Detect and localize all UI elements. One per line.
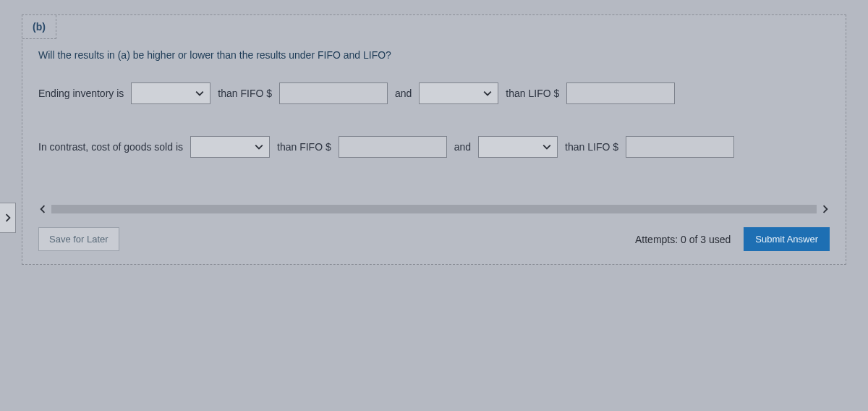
select-higher-lower-2b[interactable] xyxy=(478,136,558,158)
chevron-down-icon xyxy=(255,143,263,151)
input-fifo-amount-1[interactable] xyxy=(279,82,388,104)
select-higher-lower-2a[interactable] xyxy=(190,136,270,158)
card-footer: Save for Later Attempts: 0 of 3 used Sub… xyxy=(22,223,846,264)
chevron-down-icon xyxy=(483,89,492,98)
chevron-down-icon xyxy=(542,143,551,151)
row-lead: Ending inventory is xyxy=(38,88,124,99)
scroll-track[interactable] xyxy=(51,205,817,213)
row-text: than FIFO $ xyxy=(277,141,331,153)
question-card: (b) Will the results in (a) be higher or… xyxy=(22,14,846,265)
row-and: and xyxy=(454,141,471,153)
chevron-left-icon xyxy=(38,205,47,213)
input-fifo-amount-2[interactable] xyxy=(339,136,447,158)
answer-row-ending-inventory: Ending inventory is than FIFO $ and than… xyxy=(38,82,830,104)
input-lifo-amount-2[interactable] xyxy=(626,136,734,158)
part-label: (b) xyxy=(22,15,56,39)
select-higher-lower-1a[interactable] xyxy=(131,82,210,104)
row-text: than FIFO $ xyxy=(218,88,272,99)
chevron-down-icon xyxy=(195,89,204,98)
select-higher-lower-1b[interactable] xyxy=(419,82,498,104)
submit-answer-button[interactable]: Submit Answer xyxy=(744,227,830,251)
save-for-later-button[interactable]: Save for Later xyxy=(38,227,119,251)
answer-row-cogs: In contrast, cost of goods sold is than … xyxy=(38,136,830,158)
attempts-text: Attempts: 0 of 3 used xyxy=(635,234,731,245)
row-and: and xyxy=(395,88,412,99)
chevron-right-icon xyxy=(821,205,830,213)
row-text: than LIFO $ xyxy=(506,88,559,99)
collapse-tab[interactable] xyxy=(0,203,16,233)
question-prompt: Will the results in (a) be higher or low… xyxy=(38,49,830,61)
row-text: than LIFO $ xyxy=(565,141,618,153)
row-lead: In contrast, cost of goods sold is xyxy=(38,141,183,153)
input-lifo-amount-1[interactable] xyxy=(566,82,675,104)
horizontal-scrollbar[interactable] xyxy=(38,203,830,216)
chevron-right-icon xyxy=(4,213,12,222)
